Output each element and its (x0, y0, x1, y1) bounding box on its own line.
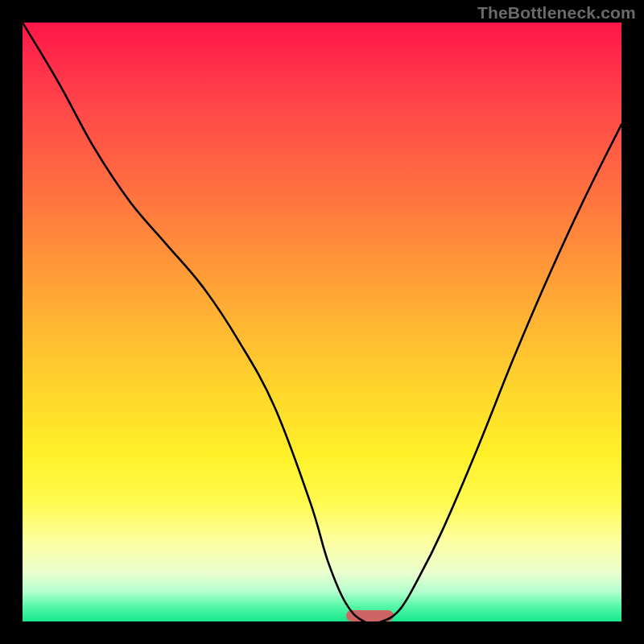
watermark-label: TheBottleneck.com (477, 3, 636, 23)
chart-frame: TheBottleneck.com (0, 0, 644, 644)
plot-area (23, 23, 621, 621)
bottleneck-curve (23, 23, 621, 621)
